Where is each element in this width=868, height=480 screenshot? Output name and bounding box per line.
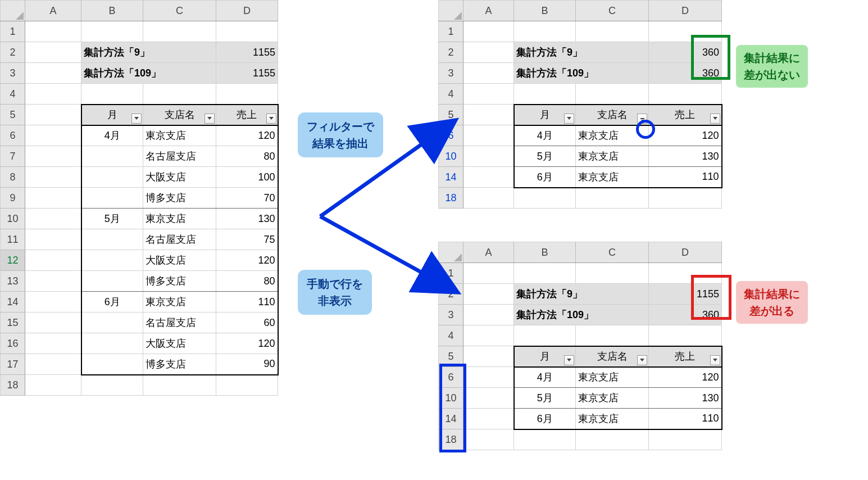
row-header[interactable]: 2 (1, 42, 25, 63)
row-header[interactable]: 5 (439, 105, 463, 125)
row-header[interactable]: 5 (439, 346, 463, 367)
filter-dropdown-icon[interactable] (710, 114, 720, 124)
row-header[interactable]: 12 (1, 250, 25, 271)
spreadsheet-left: A B C D 12集計方法「9」11553集計方法「109」115545月支店… (0, 0, 279, 396)
filter-dropdown-icon[interactable] (564, 114, 574, 124)
col-header-a[interactable]: A (463, 1, 514, 21)
col-header-c[interactable]: C (143, 1, 216, 21)
row-header[interactable]: 3 (439, 63, 463, 84)
row-header[interactable]: 10 (1, 209, 25, 229)
row-header[interactable]: 16 (1, 333, 25, 354)
row-header[interactable]: 17 (1, 354, 25, 375)
col-header-d[interactable]: D (649, 242, 722, 263)
row-header[interactable]: 14 (439, 409, 463, 429)
col-header-b[interactable]: B (81, 1, 143, 21)
row-header[interactable]: 8 (1, 167, 25, 188)
row-header[interactable]: 18 (1, 375, 25, 396)
row-header[interactable]: 11 (1, 229, 25, 250)
col-header-a[interactable]: A (463, 242, 514, 263)
col-header-b[interactable]: B (514, 242, 576, 263)
col-header-d[interactable]: D (216, 1, 278, 21)
filter-dropdown-icon[interactable] (710, 355, 720, 365)
row-header[interactable]: 6 (1, 125, 25, 146)
filter-dropdown-icon[interactable] (564, 355, 574, 365)
row-header[interactable]: 14 (1, 292, 25, 313)
row-header[interactable]: 6 (439, 367, 463, 388)
col-header-b[interactable]: B (514, 1, 576, 21)
svg-line-1 (320, 216, 427, 275)
select-all-corner[interactable] (1, 1, 25, 21)
row-header[interactable]: 4 (439, 84, 463, 105)
note-no-diff: 集計結果に 差が出ない (736, 45, 808, 88)
row-header[interactable]: 4 (1, 84, 25, 105)
col-header-c[interactable]: C (576, 1, 649, 21)
row-header[interactable]: 4 (439, 325, 463, 346)
row-header[interactable]: 15 (1, 313, 25, 333)
row-header[interactable]: 2 (439, 42, 463, 63)
filter-dropdown-icon[interactable] (266, 114, 276, 124)
col-header-c[interactable]: C (576, 242, 649, 263)
filter-dropdown-icon[interactable] (637, 114, 647, 124)
select-all-corner[interactable] (439, 1, 463, 21)
col-header-d[interactable]: D (649, 1, 722, 21)
filter-dropdown-icon[interactable] (131, 114, 142, 124)
row-header[interactable]: 7 (1, 146, 25, 167)
col-header-a[interactable]: A (25, 1, 81, 21)
row-header[interactable]: 1 (1, 21, 25, 42)
row-header[interactable]: 10 (439, 388, 463, 409)
row-header[interactable]: 13 (1, 271, 25, 292)
row-header[interactable]: 9 (1, 188, 25, 209)
row-header[interactable]: 1 (439, 21, 463, 42)
row-header[interactable]: 3 (1, 63, 25, 84)
note-diff: 集計結果に 差が出る (736, 281, 808, 324)
row-header[interactable]: 18 (439, 429, 463, 450)
filter-dropdown-icon[interactable] (204, 114, 215, 124)
svg-line-0 (320, 141, 427, 216)
filter-dropdown-icon[interactable] (637, 355, 647, 365)
arrows-group (315, 124, 444, 309)
spreadsheet-bottom-right: A B C D 12集計方法「9」11553集計方法「109」36045月支店名… (438, 242, 722, 450)
spreadsheet-top-right: A B C D 12集計方法「9」3603集計方法「109」36045月支店名売… (438, 0, 722, 209)
row-header[interactable]: 5 (1, 105, 25, 125)
